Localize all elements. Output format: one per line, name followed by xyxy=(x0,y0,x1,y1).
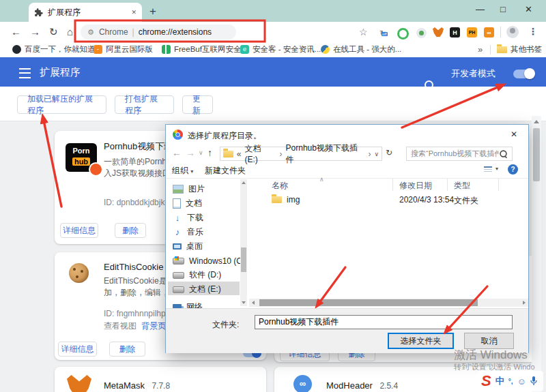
page-scrollbar[interactable] xyxy=(532,116,541,392)
folder-name-input[interactable] xyxy=(255,315,513,329)
green-ring-extension-icon[interactable] xyxy=(397,28,409,40)
column-name[interactable]: 名称 xyxy=(272,180,288,192)
home-button[interactable]: ⌂ xyxy=(67,26,73,37)
scrollbar-thumb[interactable] xyxy=(241,247,246,272)
download-arrow-icon: ↓ xyxy=(173,213,182,223)
bookmark-tools[interactable]: 在线工具 - 强大的... xyxy=(321,44,401,55)
sidebar-scrollbar[interactable] xyxy=(240,179,247,306)
cookie-icon xyxy=(69,263,89,283)
nav-up-icon[interactable]: ↑ xyxy=(207,147,212,158)
breadcrumb-dropdown-icon[interactable]: ∨ xyxy=(374,151,379,157)
load-unpacked-button[interactable]: 加载已解压的扩展程序 xyxy=(17,95,106,114)
background-page-link[interactable]: 背景页 xyxy=(141,321,166,331)
bookmark-star-icon[interactable]: ☆ xyxy=(359,27,368,37)
breadcrumb-bar[interactable]: « 文档 (E:) › Pornhub视频下载插件 › ∨ xyxy=(220,147,382,161)
ime-punctuation-toggle[interactable]: °, xyxy=(508,378,513,385)
refresh-icon[interactable]: ↻ xyxy=(386,148,392,157)
column-divider[interactable] xyxy=(498,179,499,191)
column-type[interactable]: 类型 xyxy=(454,180,470,192)
back-button[interactable]: ← xyxy=(11,26,21,37)
view-caret-icon[interactable]: ▾ xyxy=(495,166,498,172)
hamburger-menu-icon[interactable] xyxy=(19,68,31,78)
sidebar-item-downloads[interactable]: ↓下载 xyxy=(173,211,203,224)
h-glyph: H xyxy=(452,29,457,36)
column-date[interactable]: 修改日期 xyxy=(399,180,432,192)
help-icon[interactable]: ? xyxy=(508,164,518,175)
file-row-img[interactable]: img 2020/4/3 13:54 文件夹 xyxy=(249,194,528,207)
scroll-left-arrow[interactable] xyxy=(252,301,255,305)
scrollbar-thumb[interactable] xyxy=(259,299,478,306)
new-folder-button[interactable]: 新建文件夹 xyxy=(205,165,246,177)
tab-close-icon[interactable]: ✕ xyxy=(131,9,136,16)
address-bar[interactable]: ⚙ Chrome | chrome://extensions xyxy=(81,25,236,40)
folder-input-label: 文件夹: xyxy=(212,319,239,331)
sidebar-item-pictures[interactable]: 图片 xyxy=(173,183,205,196)
dialog-nav-row: ← → ∨ ↑ « 文档 (E:) › Pornhub视频下载插件 › ∨ ↻ … xyxy=(166,145,528,162)
sidebar-item-music[interactable]: ♪音乐 xyxy=(173,226,203,239)
dev-mode-toggle[interactable] xyxy=(513,70,534,78)
editthiscookie-extension-icon[interactable]: ∞ xyxy=(484,27,494,37)
sidebar-item-drive-e[interactable]: 文档 (E:) xyxy=(173,283,221,296)
sidebar-item-documents[interactable]: 文档 xyxy=(173,197,202,210)
dev-mode-label: 开发者模式 xyxy=(451,67,495,80)
pack-extension-button[interactable]: 打包扩展程序 xyxy=(115,95,174,114)
list-horizontal-scrollbar[interactable] xyxy=(249,299,528,307)
sidebar-label: 软件 (D:) xyxy=(189,269,221,281)
ime-mic-icon[interactable] xyxy=(530,376,537,386)
dialog-close-icon[interactable]: ✕ xyxy=(511,130,517,139)
sidebar-item-drive-d[interactable]: 软件 (D:) xyxy=(173,269,221,282)
window-minimize-button[interactable]: — xyxy=(476,4,485,14)
nav-back-icon[interactable]: ← xyxy=(172,147,182,158)
column-divider[interactable] xyxy=(447,179,448,191)
details-button[interactable]: 详细信息 xyxy=(60,223,98,238)
bookmark-baidu[interactable]: 百度一下，你就知道 xyxy=(12,44,96,55)
pornhub-extension-icon[interactable]: PH xyxy=(467,27,477,37)
sidebar-label: 桌面 xyxy=(186,241,203,252)
reload-button[interactable]: ↻ xyxy=(49,26,58,38)
nav-history-dropdown-icon[interactable]: ∨ xyxy=(199,149,203,156)
bookmark-aliyun[interactable]: -阿里云国际版 xyxy=(94,44,153,55)
green-dot-extension-icon[interactable] xyxy=(416,28,427,38)
view-mode-icon[interactable] xyxy=(484,166,492,174)
forward-button[interactable]: → xyxy=(30,26,40,37)
scroll-up-arrow[interactable] xyxy=(242,181,246,184)
scrollbar-thumb[interactable] xyxy=(533,128,540,181)
avatar[interactable] xyxy=(506,26,519,38)
bookmark-anquanke[interactable]: e安全客 - 安全资讯... xyxy=(240,44,321,55)
cancel-label: 取消 xyxy=(481,335,498,347)
other-bookmarks-button[interactable]: 其他书签 xyxy=(497,44,542,55)
toolbar-divider xyxy=(500,27,501,37)
sidebar-item-drive-c[interactable]: Windows10 (C: xyxy=(173,254,244,267)
sogou-logo[interactable]: S xyxy=(481,372,491,390)
pornhub-icon-top: Porn xyxy=(66,147,97,155)
browser-menu-icon[interactable]: ⋮ xyxy=(528,26,538,37)
select-folder-button[interactable]: 选择文件夹 xyxy=(388,333,454,349)
details-button[interactable]: 详细信息 xyxy=(58,342,97,357)
ime-lang-toggle[interactable]: 中 xyxy=(495,375,504,387)
bookmarks-overflow-button[interactable]: » xyxy=(478,44,483,55)
scroll-up-arrow[interactable] xyxy=(534,120,539,123)
update-button[interactable]: 更新 xyxy=(182,95,213,114)
remove-button[interactable]: 删除 xyxy=(109,342,145,357)
ime-emoji-icon[interactable]: ☺ xyxy=(517,376,526,387)
scroll-right-arrow[interactable] xyxy=(523,301,526,305)
breadcrumb-prefix[interactable]: « xyxy=(237,149,242,159)
metamask-fox-icon xyxy=(67,375,91,392)
sidebar-item-desktop[interactable]: 桌面 xyxy=(173,240,203,253)
breadcrumb-drive[interactable]: 文档 (E:) xyxy=(245,143,276,164)
nav-forward-icon[interactable]: → xyxy=(186,147,195,158)
proxy-off-extension-icon[interactable]: ↻ off xyxy=(379,27,390,37)
window-maximize-button[interactable]: □ xyxy=(500,4,506,14)
extensions-page-title: 扩展程序 xyxy=(40,66,81,79)
remove-button[interactable]: 删除 xyxy=(115,223,146,238)
bookmark-freebuf[interactable]: FreeBuf互联网安全... xyxy=(162,44,248,55)
scroll-down-arrow[interactable] xyxy=(242,301,246,304)
tab-extensions[interactable]: 扩展程序 ✕ xyxy=(29,3,142,22)
window-close-button[interactable]: ✕ xyxy=(525,4,532,14)
dialog-search-box[interactable]: 搜索“Pornhub视频下载插件” xyxy=(406,147,513,161)
column-divider[interactable] xyxy=(392,179,393,191)
new-tab-button[interactable]: + xyxy=(149,5,156,18)
modheader-extension-icon[interactable]: H xyxy=(450,27,460,37)
organize-button[interactable]: 组织 ▾ xyxy=(172,165,193,177)
sidebar-label: 图片 xyxy=(188,183,205,195)
